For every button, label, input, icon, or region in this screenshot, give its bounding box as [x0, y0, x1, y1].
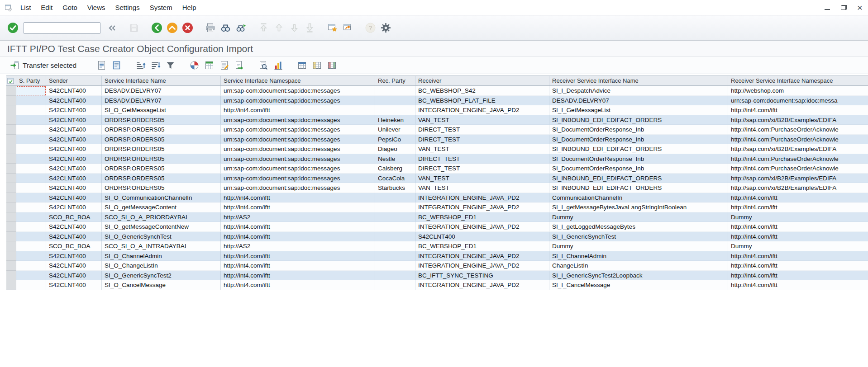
- row-selector[interactable]: [6, 154, 16, 164]
- enter-button[interactable]: [5, 21, 20, 35]
- table-cell[interactable]: ORDRSP.ORDERS05: [102, 174, 221, 184]
- table-cell[interactable]: http://int4.com/iftt: [221, 105, 375, 115]
- table-cell[interactable]: PepsiCo: [375, 135, 415, 145]
- table-cell[interactable]: DESADV.DELVRY07: [102, 96, 221, 106]
- table-cell[interactable]: [375, 202, 415, 212]
- table-cell[interactable]: BC_IFTT_SYNC_TESTING: [415, 271, 549, 281]
- table-cell[interactable]: ORDRSP.ORDERS05: [102, 144, 221, 154]
- table-cell[interactable]: Diageo: [375, 144, 415, 154]
- new-session-button[interactable]: [325, 21, 339, 35]
- grid-views-button[interactable]: [295, 59, 309, 72]
- print-button[interactable]: [203, 21, 217, 35]
- table-cell[interactable]: SI_O_CommunicationChannelIn: [102, 193, 221, 203]
- table-cell[interactable]: http://int4.com/iftt: [221, 193, 375, 203]
- page-down-button[interactable]: [287, 21, 301, 35]
- spreadsheet-export-button[interactable]: [202, 59, 216, 72]
- row-selector[interactable]: [6, 280, 16, 290]
- row-selector[interactable]: [6, 202, 16, 212]
- table-cell[interactable]: SI_O_GetMessageList: [102, 105, 221, 115]
- table-cell[interactable]: SI_I_CancelMessage: [549, 280, 728, 290]
- print-preview-button[interactable]: [256, 59, 270, 72]
- table-cell[interactable]: http://AS2: [221, 212, 375, 222]
- cancel-button[interactable]: [180, 21, 195, 35]
- table-cell[interactable]: [16, 174, 46, 184]
- exit-button[interactable]: [165, 21, 179, 35]
- table-cell[interactable]: Dummy: [728, 212, 868, 222]
- table-cell[interactable]: SCO_BC_BOA: [46, 241, 102, 251]
- table-cell[interactable]: SI_I_GetMessageList: [549, 105, 728, 115]
- row-selector[interactable]: [6, 261, 16, 271]
- table-cell[interactable]: Dummy: [728, 241, 868, 251]
- table-cell[interactable]: SI_I_GenericSynchTest: [549, 232, 728, 242]
- table-cell[interactable]: SI_DocumentOrderResponse_Inb: [549, 135, 728, 145]
- row-selector[interactable]: [6, 144, 16, 154]
- table-cell[interactable]: [375, 280, 415, 290]
- first-page-button[interactable]: [256, 21, 271, 35]
- row-selector[interactable]: [6, 115, 16, 125]
- table-cell[interactable]: http://AS2: [221, 241, 375, 251]
- details-button[interactable]: [95, 59, 108, 72]
- table-cell[interactable]: SI_DocumentOrderResponse_Inb: [549, 164, 728, 174]
- table-cell[interactable]: S42CLNT400: [46, 202, 102, 212]
- table-cell[interactable]: S42CLNT400: [46, 105, 102, 115]
- table-cell[interactable]: SI_I_GenericSyncTest2Loopback: [549, 271, 728, 281]
- table-cell[interactable]: urn:sap-com:document:sap:idoc:messages: [221, 115, 375, 125]
- table-cell[interactable]: http://int4.com/iftt: [728, 222, 868, 232]
- row-selector[interactable]: [6, 86, 16, 96]
- table-cell[interactable]: S42CLNT400: [415, 232, 549, 242]
- column-header-4[interactable]: Rec. Party: [375, 76, 415, 85]
- table-cell[interactable]: http://int4.com/iftt: [221, 251, 375, 261]
- table-cell[interactable]: [16, 251, 46, 261]
- word-processing-button[interactable]: [217, 59, 231, 72]
- table-cell[interactable]: Starbucks: [375, 183, 415, 193]
- table-cell[interactable]: INTEGRATION_ENGINE_JAVA_PD2: [415, 261, 549, 271]
- column-header-7[interactable]: Receiver Service Interface Namespace: [728, 76, 868, 85]
- table-cell[interactable]: http://int4.com:PurchaseOrderAcknowle: [728, 135, 868, 145]
- table-cell[interactable]: SI_INBOUND_EDI_EDIFACT_ORDERS: [549, 144, 728, 154]
- command-field-input[interactable]: [24, 23, 100, 33]
- table-cell[interactable]: [375, 222, 415, 232]
- table-cell[interactable]: DESADV.DELVRY07: [102, 86, 221, 96]
- select-layout-button[interactable]: [310, 59, 324, 72]
- table-cell[interactable]: CocaCola: [375, 174, 415, 184]
- table-cell[interactable]: SCO_SI_O_A_PRIORDAYBAI: [102, 212, 221, 222]
- row-selector[interactable]: [6, 125, 16, 135]
- table-cell[interactable]: S42CLNT400: [46, 115, 102, 125]
- table-cell[interactable]: SI_O_GenericSynchTest: [102, 232, 221, 242]
- table-cell[interactable]: [375, 241, 415, 251]
- table-cell[interactable]: VAN_TEST: [415, 115, 549, 125]
- table-cell[interactable]: [375, 251, 415, 261]
- table-cell[interactable]: SI_INBOUND_EDI_EDIFACT_ORDERS: [549, 174, 728, 184]
- table-cell[interactable]: [16, 232, 46, 242]
- table-cell[interactable]: S42CLNT400: [46, 183, 102, 193]
- column-header-2[interactable]: Service Interface Name: [102, 76, 221, 85]
- table-cell[interactable]: S42CLNT400: [46, 154, 102, 164]
- table-cell[interactable]: [16, 271, 46, 281]
- table-cell[interactable]: VAN_TEST: [415, 174, 549, 184]
- table-cell[interactable]: http://webshop.com: [728, 86, 868, 96]
- table-cell[interactable]: [375, 212, 415, 222]
- table-cell[interactable]: [16, 202, 46, 212]
- table-cell[interactable]: SI_O_getMessageContent: [102, 202, 221, 212]
- table-cell[interactable]: SI_I_DespatchAdvice: [549, 86, 728, 96]
- customize-button[interactable]: [378, 21, 393, 35]
- table-cell[interactable]: DIRECT_TEST: [415, 154, 549, 164]
- table-cell[interactable]: [375, 261, 415, 271]
- table-cell[interactable]: http://int4.com/iftt: [221, 280, 375, 290]
- table-cell[interactable]: [16, 193, 46, 203]
- table-cell[interactable]: ORDRSP.ORDERS05: [102, 135, 221, 145]
- table-cell[interactable]: [375, 105, 415, 115]
- table-cell[interactable]: SI_O_getMessageContentNew: [102, 222, 221, 232]
- table-cell[interactable]: S42CLNT400: [46, 164, 102, 174]
- row-selector[interactable]: [6, 251, 16, 261]
- help-button[interactable]: ?: [363, 21, 377, 35]
- transfer-selected-button[interactable]: Transfer selected: [5, 59, 81, 72]
- row-selector[interactable]: [6, 222, 16, 232]
- column-header-3[interactable]: Service Interface Namespace: [221, 76, 375, 85]
- table-cell[interactable]: S42CLNT400: [46, 251, 102, 261]
- table-cell[interactable]: BC_WEBSHOP_ED1: [415, 212, 549, 222]
- table-cell[interactable]: INTEGRATION_ENGINE_JAVA_PD2: [415, 202, 549, 212]
- table-cell[interactable]: http://int4.com/iftt: [221, 271, 375, 281]
- find-next-button[interactable]: [234, 21, 248, 35]
- table-cell[interactable]: SI_O_ChangeListIn: [102, 261, 221, 271]
